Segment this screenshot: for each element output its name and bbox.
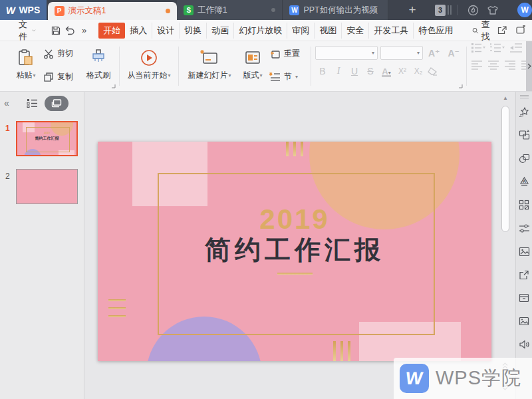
section-button[interactable]: 节 ▾ — [269, 71, 307, 82]
sidebar-drag-handle[interactable] — [520, 95, 529, 98]
font-size-select[interactable]: ▾ — [380, 46, 423, 60]
new-slide-button[interactable]: 新建幻灯片▾ — [183, 46, 236, 81]
audio-speaker-icon[interactable] — [517, 338, 531, 351]
panel-header: « — [0, 92, 84, 114]
skin-theme-icon[interactable] — [485, 2, 501, 18]
divider — [178, 47, 179, 86]
undo-icon[interactable] — [64, 23, 75, 39]
dialog-launcher-icon[interactable] — [458, 84, 463, 88]
menu-tab-slideshow[interactable]: 幻灯片放映 — [233, 23, 287, 39]
album-icon[interactable] — [517, 315, 531, 328]
slide-thumbnail-2[interactable] — [16, 169, 78, 204]
italic-button[interactable]: I — [331, 66, 346, 76]
menu-tab-insert[interactable]: 插入 — [125, 23, 152, 39]
document-file-icon: W — [289, 5, 299, 15]
paste-button[interactable]: 粘贴▾ — [9, 46, 43, 81]
top-tab-bar: W WPS P 演示文稿1 S 工作簿1 W PPT如何输出为视频 + 3 W — [0, 0, 532, 20]
new-tab-button[interactable]: + — [399, 0, 425, 20]
adjust-settings-icon[interactable] — [517, 221, 531, 235]
tab-count-badge[interactable]: 3 — [435, 5, 446, 16]
menu-tab-special-apps[interactable]: 特色应用 — [413, 23, 458, 39]
slide-thumbnail-1[interactable]: 2019 简约工作汇报 — [16, 121, 78, 156]
format-painter-button[interactable]: 格式刷 — [82, 46, 115, 81]
menu-tab-animation[interactable]: 动画 — [206, 23, 233, 39]
scroll-up-icon[interactable]: ▲ — [503, 95, 508, 101]
superscript-button[interactable]: X² — [395, 66, 410, 76]
wordart-icon[interactable]: A — [517, 175, 531, 188]
wps-academy-label: WPS学院 — [436, 365, 521, 392]
menu-bar: 文件 » 开始 插入 设计 切换 动画 幻灯片放映 审阅 视图 安全 开发工具 … — [0, 20, 532, 41]
decrease-font-button[interactable]: A⁻ — [446, 48, 463, 59]
slide-thumbnail-panel: « 1 2019 简约工作汇报 2 — [0, 92, 84, 399]
new-window-icon[interactable] — [513, 23, 529, 39]
font-color-swatch — [382, 75, 391, 77]
resource-box-icon[interactable] — [517, 291, 531, 305]
menu-tab-devtools[interactable]: 开发工具 — [368, 23, 413, 39]
hot-activity-icon[interactable] — [465, 2, 481, 18]
bold-button[interactable]: B — [315, 66, 330, 76]
align-center-icon[interactable] — [487, 60, 499, 70]
picture-tools-icon[interactable] — [517, 245, 531, 258]
font-family-select[interactable]: ▾ — [315, 46, 378, 60]
subscript-button[interactable]: X₂ — [411, 66, 426, 76]
design-tools-icon[interactable] — [517, 198, 531, 211]
play-from-current-label: 从当前开始 — [127, 70, 167, 81]
task-pane-expand-handle[interactable] — [526, 41, 532, 91]
file-menu-button[interactable]: 文件 — [15, 19, 40, 43]
outline-view-icon[interactable] — [27, 98, 38, 108]
copy-label: 复制 — [57, 71, 73, 82]
strikethrough-button[interactable]: S — [363, 66, 378, 76]
menu-tab-security[interactable]: 安全 — [341, 23, 368, 39]
menu-tab-transition[interactable]: 切换 — [179, 23, 206, 39]
switch-shape-icon[interactable] — [517, 128, 531, 142]
spreadsheet-file-icon: S — [184, 5, 194, 15]
slide-title-text[interactable]: 简约工作汇报 — [98, 232, 491, 268]
slide-canvas[interactable]: 2019 简约工作汇报 — [98, 142, 491, 361]
align-left-icon[interactable] — [471, 60, 483, 70]
slide-view-toggle[interactable] — [45, 96, 68, 111]
bullet-list-icon[interactable] — [471, 43, 485, 53]
merge-shapes-icon[interactable] — [517, 152, 531, 165]
new-slide-icon — [200, 46, 219, 70]
editing-canvas[interactable]: 2019 简约工作汇报 ▲ — [84, 92, 515, 399]
align-right-icon[interactable] — [504, 60, 516, 70]
gold-line-decoration — [108, 307, 126, 309]
dialog-launcher-icon[interactable] — [111, 84, 116, 88]
gold-line-decoration — [108, 299, 126, 301]
reset-button[interactable]: 重置 — [269, 48, 307, 59]
menu-tab-home[interactable]: 开始 — [98, 23, 125, 39]
tab-document[interactable]: W PPT如何输出为视频 — [283, 0, 388, 20]
section-label: 节 — [284, 71, 292, 82]
workspace: « 1 2019 简约工作汇报 2 — [0, 92, 532, 399]
tab-spreadsheet[interactable]: S 工作簿1 — [177, 0, 283, 20]
slide-year-text[interactable]: 2019 — [98, 203, 491, 235]
account-avatar[interactable]: W — [517, 3, 532, 17]
more-quick-tools-icon[interactable]: » — [82, 25, 86, 35]
mini-title: 简约工作汇报 — [17, 136, 76, 142]
play-from-current-button[interactable]: 从当前开始▾ — [124, 46, 174, 81]
tab-presentation[interactable]: P 演示文稿1 — [48, 2, 178, 20]
cut-button[interactable]: 剪切 — [43, 48, 82, 59]
collapse-panel-icon[interactable]: « — [4, 98, 9, 108]
decrease-indent-icon[interactable] — [509, 43, 523, 53]
menu-tab-view[interactable]: 视图 — [314, 23, 341, 39]
vertical-scrollbar[interactable] — [501, 106, 509, 232]
save-icon[interactable] — [51, 23, 61, 39]
share-icon[interactable] — [494, 23, 510, 39]
tab-label: 工作簿1 — [198, 5, 227, 16]
slide-number: 2 — [5, 172, 10, 181]
underline-button[interactable]: U — [347, 66, 362, 76]
dropdown-arrow-icon: ▾ — [295, 74, 298, 80]
clear-format-button[interactable] — [427, 66, 442, 76]
wps-home-button[interactable]: W WPS — [0, 0, 47, 20]
find-button[interactable]: 查找 — [472, 19, 493, 43]
layout-button[interactable]: 版式▾ — [236, 46, 269, 81]
menu-tab-review[interactable]: 审阅 — [287, 23, 314, 39]
increase-font-button[interactable]: A⁺ — [426, 48, 443, 59]
export-share-icon[interactable] — [517, 268, 531, 281]
numbered-list-icon[interactable] — [490, 43, 505, 53]
copy-button[interactable]: 复制 — [43, 71, 82, 82]
font-color-button[interactable]: A▾ — [379, 66, 394, 76]
menu-tab-design[interactable]: 设计 — [152, 23, 179, 39]
smart-effects-icon[interactable] — [517, 105, 531, 118]
